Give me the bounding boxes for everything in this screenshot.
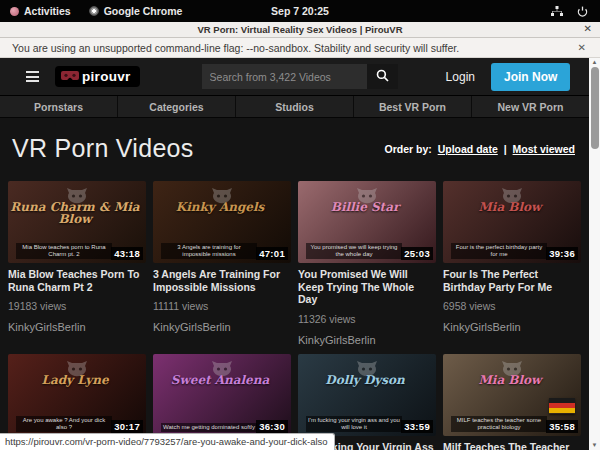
site-logo-text: pirouvr [82,69,131,84]
video-title[interactable]: Four Is The Perfect Birthday Party For M… [443,268,581,293]
thumbnail-caption: Mia Blow teaches porn to Runa Charm pt. … [16,243,112,259]
video-card[interactable]: Mia Blow Four is the perfect birthday pa… [443,181,581,346]
browser-viewport: pirouvr Login Join Now Pornstars Categor… [0,58,600,450]
thumbnail-caption: MILF teaches the teacher some practical … [451,416,547,432]
power-icon[interactable] [577,6,588,17]
search-button[interactable] [367,64,398,89]
thumbnail-model-name: Runa Charm & Mia Blow [8,201,142,225]
duration-badge: 33:59 [401,420,433,433]
video-studio-link[interactable]: KinkyGirlsBerlin [8,321,146,333]
german-flag-icon [549,398,575,414]
video-title[interactable]: Milf Teaches The Teacher Some Practical … [443,441,581,450]
thumbnail-model-name: Billie Star [298,201,432,213]
activities-button[interactable]: Activities [10,5,71,17]
page-header: VR Porn Videos Order by: Upload date | M… [0,118,589,163]
order-by-upload-date-link[interactable]: Upload date [438,143,498,155]
duration-badge: 30:17 [111,420,143,433]
duration-badge: 43:18 [111,247,143,260]
video-thumbnail[interactable]: Runa Charm & Mia Blow Mia Blow teaches p… [8,181,146,263]
activities-label: Activities [24,5,71,17]
thumbnail-caption: Four is the perfect birthday party for m… [451,243,547,259]
menu-item-best-vr-porn[interactable]: Best VR Porn [354,96,472,117]
video-title[interactable]: Mia Blow Teaches Porn To Runa Charm Pt 2 [8,268,146,293]
menu-item-pornstars[interactable]: Pornstars [0,96,118,117]
thumbnail-caption: Watch me getting dominated softly [161,423,257,432]
link-status-bar: https://pirouvr.com/vr-porn-video/779325… [0,433,335,450]
video-thumbnail[interactable]: Billie Star You promised we will keep tr… [298,181,436,263]
scroll-down-icon[interactable]: ▼ [589,441,600,450]
video-card[interactable]: Kinky Angels 3 Angels are training for i… [153,181,291,346]
thumbnail-model-name: Lady Lyne [8,374,142,386]
window-title: VR Porn: Virtual Reality Sex Videos | Pi… [197,24,402,35]
duration-badge: 39:36 [546,247,578,260]
distro-icon [10,7,19,16]
thumbnail-caption: I'm fucking your virgin ass and you will… [306,416,402,432]
thumbnail-model-name: Kinky Angels [153,201,287,213]
video-card[interactable]: Runa Charm & Mia Blow Mia Blow teaches p… [8,181,146,346]
site-logo[interactable]: pirouvr [55,66,140,87]
video-card[interactable]: Billie Star You promised we will keep tr… [298,181,436,346]
thumbnail-caption: 3 Angels are training for impossible mis… [161,243,257,259]
video-thumbnail[interactable]: Mia Blow Four is the perfect birthday pa… [443,181,581,263]
thumbnail-model-name: Mia Blow [443,374,577,386]
search-icon [376,69,389,85]
thumbnail-caption: You promised we will keep trying the who… [306,243,402,259]
warning-message: You are using an unsupported command-lin… [0,42,459,54]
video-thumbnail[interactable]: Dolly Dyson I'm fucking your virgin ass … [298,354,436,436]
network-icon[interactable] [551,6,563,17]
thumbnail-caption: Are you awake ? And your dick also ? [16,416,112,432]
video-thumbnail[interactable]: Kinky Angels 3 Angels are training for i… [153,181,291,263]
warning-close-icon[interactable]: ✕ [578,42,600,53]
order-by-most-viewed-link[interactable]: Most viewed [513,143,575,155]
video-thumbnail[interactable]: Lady Lyne Are you awake ? And your dick … [8,354,146,436]
login-link[interactable]: Login [446,70,475,84]
video-views: 11326 views [298,313,436,325]
scroll-up-icon[interactable]: ▲ [589,58,600,67]
order-by-separator: | [504,143,507,155]
thumbnail-model-name: Dolly Dyson [298,374,432,386]
duration-badge: 35:58 [546,420,578,433]
video-views: 19183 views [8,300,146,312]
thumbnail-model-name: Sweet Analena [153,374,287,386]
video-studio-link[interactable]: KinkyGirlsBerlin [153,321,291,333]
video-studio-link[interactable]: KinkyGirlsBerlin [298,334,436,346]
thumbnail-model-name: Mia Blow [443,201,577,213]
video-grid: Runa Charm & Mia Blow Mia Blow teaches p… [0,163,589,450]
video-title[interactable]: You Promised We Will Keep Trying The Who… [298,268,436,306]
menu-item-studios[interactable]: Studios [236,96,354,117]
scrollbar-thumb[interactable] [591,67,599,149]
system-bar: Activities Google Chrome Sep 7 20:25 [0,0,600,22]
window-close-icon[interactable]: ✕ [584,23,592,34]
video-views: 11111 views [153,300,291,312]
search-input[interactable] [202,64,367,89]
duration-badge: 25:03 [401,247,433,260]
hamburger-menu-icon[interactable] [26,71,39,82]
search-bar [202,64,398,89]
video-studio-link[interactable]: KinkyGirlsBerlin [443,321,581,333]
video-thumbnail[interactable]: Sweet Analena Watch me getting dominated… [153,354,291,436]
main-menu: Pornstars Categories Studios Best VR Por… [0,96,589,118]
order-by-label: Order by: [384,143,431,155]
video-thumbnail[interactable]: Mia Blow MILF teaches the teacher some p… [443,354,581,436]
video-card[interactable]: Mia Blow MILF teaches the teacher some p… [443,354,581,450]
window-titlebar: VR Porn: Virtual Reality Sex Videos | Pi… [0,22,600,38]
menu-item-categories[interactable]: Categories [118,96,236,117]
video-views: 6958 views [443,300,581,312]
duration-badge: 47:01 [256,247,288,260]
video-title[interactable]: 3 Angels Are Training For Impossible Mis… [153,268,291,293]
duration-badge: 36:30 [256,420,288,433]
site-navbar: pirouvr Login Join Now [0,58,589,96]
order-by: Order by: Upload date | Most viewed [381,143,575,155]
vr-headset-icon [61,71,79,82]
page-title: VR Porn Videos [12,134,194,163]
page-scrollbar[interactable]: ▲ ▼ [589,58,600,450]
app-menu-label: Google Chrome [104,5,183,17]
chrome-icon [89,6,99,16]
app-menu-chrome[interactable]: Google Chrome [89,5,183,17]
warning-infobar: You are using an unsupported command-lin… [0,38,600,58]
menu-item-new-vr-porn[interactable]: New VR Porn [472,96,589,117]
join-now-button[interactable]: Join Now [491,63,570,91]
